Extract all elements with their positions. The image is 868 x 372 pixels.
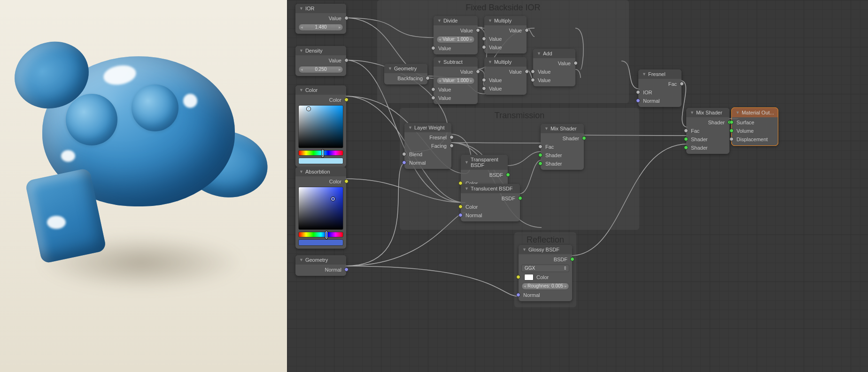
node-translucent-bsdf[interactable]: ▼Translucent BSDF BSDF Color Normal bbox=[461, 184, 520, 221]
node-fresnel[interactable]: ▼Fresnel Fac IOR Normal bbox=[638, 69, 682, 107]
node-multiply[interactable]: ▼Multiply Value Value Value bbox=[484, 57, 527, 95]
collapse-icon[interactable]: ▼ bbox=[299, 258, 303, 262]
collapse-icon[interactable]: ▼ bbox=[522, 247, 527, 252]
node-multiply[interactable]: ▼Multiply Value Value Value bbox=[484, 16, 527, 53]
socket-in[interactable] bbox=[538, 153, 542, 157]
color-picker[interactable] bbox=[298, 105, 343, 164]
collapse-icon[interactable]: ▼ bbox=[299, 6, 303, 11]
collapse-icon[interactable]: ▼ bbox=[544, 126, 549, 131]
socket-out[interactable] bbox=[476, 28, 480, 32]
node-subtract[interactable]: ▼Subtract Value Value: 1.000 Value Value bbox=[434, 57, 478, 104]
socket-out[interactable] bbox=[344, 179, 349, 183]
collapse-icon[interactable]: ▼ bbox=[437, 60, 442, 64]
collapse-icon[interactable]: ▼ bbox=[437, 18, 442, 23]
socket-out[interactable] bbox=[582, 136, 586, 140]
node-geometry[interactable]: ▼Geometry Normal bbox=[295, 255, 346, 276]
socket-out[interactable] bbox=[525, 69, 529, 74]
socket-in[interactable] bbox=[729, 120, 734, 124]
socket-in[interactable] bbox=[431, 87, 435, 91]
collapse-icon[interactable]: ▼ bbox=[299, 88, 303, 92]
collapse-icon[interactable]: ▼ bbox=[642, 72, 646, 76]
socket-out[interactable] bbox=[570, 257, 574, 261]
collapse-icon[interactable]: ▼ bbox=[299, 48, 303, 53]
collapse-icon[interactable]: ▼ bbox=[465, 160, 469, 165]
collapse-icon[interactable]: ▼ bbox=[690, 110, 694, 115]
collapse-icon[interactable]: ▼ bbox=[465, 186, 469, 191]
value-field[interactable]: 1.480 bbox=[298, 23, 343, 31]
socket-in[interactable] bbox=[636, 99, 640, 103]
node-mix-shader[interactable]: ▼Mix Shader Shader Fac Shader Shader bbox=[541, 124, 584, 170]
collapse-icon[interactable]: ▼ bbox=[537, 51, 541, 56]
socket-in[interactable] bbox=[684, 145, 688, 150]
collapse-icon[interactable]: ▼ bbox=[408, 125, 412, 130]
socket-in[interactable] bbox=[538, 144, 542, 149]
output-shader: Shader bbox=[686, 118, 729, 127]
collapse-icon[interactable]: ▼ bbox=[299, 169, 303, 174]
socket-in[interactable] bbox=[516, 275, 520, 279]
socket-in[interactable] bbox=[482, 78, 486, 82]
node-title: Glossy BSDF bbox=[528, 247, 559, 252]
socket-in[interactable] bbox=[729, 129, 734, 133]
output-fresnel: Fresnel bbox=[404, 133, 451, 142]
socket-out[interactable] bbox=[574, 61, 578, 65]
node-editor[interactable]: .w{stroke:#aaa;stroke-width:1.5;fill:non… bbox=[287, 0, 868, 372]
collapse-icon[interactable]: ▼ bbox=[488, 60, 492, 64]
socket-in[interactable] bbox=[684, 137, 688, 141]
output-value: Value bbox=[434, 26, 478, 35]
node-mix-shader[interactable]: ▼Mix Shader Shader Fac Shader Shader bbox=[686, 108, 729, 154]
socket-in[interactable] bbox=[482, 45, 486, 49]
socket-in[interactable] bbox=[482, 86, 486, 91]
collapse-icon[interactable]: ▼ bbox=[736, 110, 740, 115]
socket-out[interactable] bbox=[344, 58, 349, 62]
socket-in[interactable] bbox=[431, 96, 435, 100]
node-geometry-backfacing[interactable]: ▼Geometry Backfacing bbox=[384, 64, 427, 84]
socket-in[interactable] bbox=[729, 137, 734, 141]
socket-out[interactable] bbox=[426, 76, 430, 80]
color-picker[interactable] bbox=[298, 187, 343, 246]
node-absorption[interactable]: ▼Absorbtion Color bbox=[295, 167, 346, 249]
roughness-field[interactable]: Roughnes: 0.005 bbox=[521, 282, 569, 290]
socket-in[interactable] bbox=[458, 213, 463, 217]
socket-out[interactable] bbox=[450, 144, 454, 148]
node-title: IOR bbox=[305, 6, 315, 11]
socket-in[interactable] bbox=[402, 152, 406, 156]
socket-out[interactable] bbox=[518, 196, 522, 200]
socket-in[interactable] bbox=[482, 37, 486, 41]
input-top[interactable]: Value: 1.000 bbox=[436, 77, 475, 84]
output-shader: Shader bbox=[541, 134, 584, 143]
socket-out[interactable] bbox=[506, 173, 510, 177]
node-layer-weight[interactable]: ▼Layer Weight Fresnel Facing Blend Norma… bbox=[404, 123, 451, 169]
node-title: Color bbox=[305, 87, 318, 93]
socket-out[interactable] bbox=[476, 69, 480, 74]
input-top[interactable]: Value: 1.000 bbox=[436, 36, 475, 43]
socket-out[interactable] bbox=[680, 82, 684, 86]
value-field[interactable]: 0.250 bbox=[298, 66, 343, 73]
distribution-select[interactable]: GGX bbox=[521, 265, 569, 272]
node-add[interactable]: ▼Add Value Value Value bbox=[533, 49, 575, 86]
socket-in[interactable] bbox=[458, 205, 463, 209]
socket-in[interactable] bbox=[531, 78, 535, 82]
collapse-icon[interactable]: ▼ bbox=[388, 66, 392, 71]
socket-out[interactable] bbox=[344, 267, 349, 272]
node-color[interactable]: ▼Color Color bbox=[295, 85, 346, 167]
socket-in[interactable] bbox=[516, 293, 520, 297]
socket-out[interactable] bbox=[344, 16, 349, 20]
socket-in[interactable] bbox=[636, 90, 640, 94]
node-density[interactable]: ▼Density Value 0.250 bbox=[295, 46, 346, 76]
node-material-output[interactable]: ▼Material Out... Surface Volume Displace… bbox=[732, 108, 778, 145]
node-divide[interactable]: ▼Divide Value Value: 1.000 Value bbox=[434, 16, 478, 54]
socket-out[interactable] bbox=[344, 98, 349, 102]
node-glossy-bsdf[interactable]: ▼Glossy BSDF BSDF GGX Color Roughnes: 0.… bbox=[519, 245, 572, 301]
socket-out[interactable] bbox=[525, 28, 529, 32]
node-title: Add bbox=[543, 51, 552, 56]
socket-in[interactable] bbox=[531, 69, 535, 74]
socket-in[interactable] bbox=[402, 160, 406, 165]
socket-in[interactable] bbox=[538, 161, 542, 166]
socket-in[interactable] bbox=[684, 129, 688, 133]
output-value: Value bbox=[533, 59, 575, 68]
socket-out[interactable] bbox=[450, 135, 454, 139]
socket-in[interactable] bbox=[431, 46, 435, 50]
color-swatch[interactable] bbox=[524, 274, 534, 281]
collapse-icon[interactable]: ▼ bbox=[488, 18, 492, 23]
node-ior[interactable]: ▼IOR Value 1.480 bbox=[295, 4, 346, 34]
